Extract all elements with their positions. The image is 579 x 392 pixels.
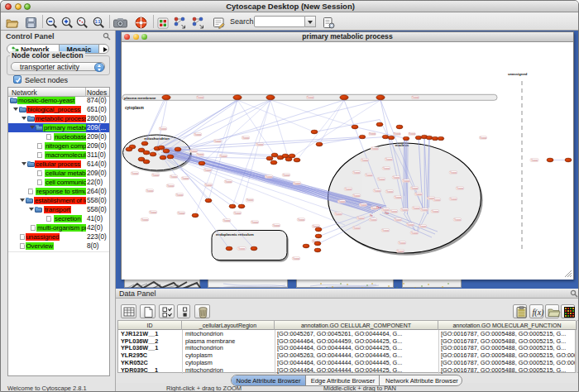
svg-text:Yxxxxx: Yxxxxx [412,95,419,98]
svg-text:Yxxxxx: Yxxxxx [411,186,419,189]
svg-text:Yxxxxx: Yxxxxx [132,171,139,174]
svg-text:Yxxxxx: Yxxxxx [386,189,394,193]
svg-text:Yxxxxx: Yxxxxx [225,179,232,183]
svg-text:Yxxxxx: Yxxxxx [357,216,365,219]
svg-text:Yxxxxx: Yxxxxx [399,241,406,244]
svg-text:f(x): f(x) [533,308,545,318]
svg-text:Yxxxxx: Yxxxxx [395,195,402,198]
svg-text:Yxxxxx: Yxxxxx [251,220,259,223]
svg-text:Yxxxxx: Yxxxxx [146,189,154,192]
svg-text:Yxxxxx: Yxxxxx [273,223,280,227]
svg-text:Yxxxxx: Yxxxxx [480,136,487,139]
svg-text:plasma membrane: plasma membrane [124,95,156,99]
svg-text:Yxxxxx: Yxxxxx [415,192,423,195]
svg-text:Yxxxxx: Yxxxxx [366,173,373,176]
svg-text:Yxxxxx: Yxxxxx [361,158,369,161]
svg-text:Yxxxxx: Yxxxxx [345,187,352,190]
svg-text:Yxxxxx: Yxxxxx [450,170,457,174]
svg-text:Yxxxxx: Yxxxxx [141,218,149,221]
svg-text:Yxxxxx: Yxxxxx [298,218,305,221]
svg-text:Yxxxxx: Yxxxxx [432,209,439,213]
svg-text:Yxxxxx: Yxxxxx [242,136,250,139]
svg-text:Yxxxxx: Yxxxxx [246,198,254,202]
svg-text:Yxxxxx: Yxxxxx [338,199,346,203]
svg-text:Yxxxxx: Yxxxxx [393,175,400,179]
svg-text:Yxxxxx: Yxxxxx [390,209,398,213]
svg-text:Yxxxxx: Yxxxxx [176,193,184,196]
svg-text:Yxxxxx: Yxxxxx [353,170,361,174]
svg-text:Yxxxxx: Yxxxxx [369,132,376,136]
svg-text:Yxxxxx: Yxxxxx [220,154,227,157]
svg-text:Yxxxxx: Yxxxxx [170,174,178,178]
svg-text:Yxxxxx: Yxxxxx [382,208,390,211]
svg-text:Yxxxxx: Yxxxxx [409,132,416,136]
svg-text:Yxxxxx: Yxxxxx [353,194,361,197]
svg-text:Yxxxxx: Yxxxxx [150,210,157,213]
svg-text:Yxxxxx: Yxxxxx [234,211,242,214]
svg-text:1:1: 1:1 [95,20,101,24]
svg-text:Yxxxxx: Yxxxxx [160,127,167,130]
svg-text:Yxxxxx: Yxxxxx [238,246,246,250]
svg-text:Yxx: Yxx [385,212,390,215]
svg-text:Yxxxxx: Yxxxxx [395,218,402,221]
svg-text:Yx: Yx [370,214,373,218]
svg-text:Yxxxxx: Yxxxxx [397,249,404,252]
svg-text:Yxxxxx: Yxxxxx [401,208,409,211]
svg-text:Yxxxxx: Yxxxxx [152,173,160,176]
svg-text:Yxxxxx: Yxxxxx [394,132,401,136]
svg-text:Yx-x: Yx-x [376,206,382,209]
svg-text:Yxxxxx: Yxxxxx [214,139,222,142]
svg-text:Yxxxxx: Yxxxxx [167,184,175,187]
svg-text:Yxxxxx: Yxxxxx [383,166,390,170]
svg-text:Yxxxxx: Yxxxxx [382,228,390,232]
svg-text:Yxxxxx: Yxxxxx [370,218,377,221]
svg-text:Yxxxxx: Yxxxxx [223,218,231,222]
svg-text:Yxxxxx: Yxxxxx [335,212,342,215]
svg-text:Yxxxxx: Yxxxxx [454,218,462,221]
svg-text:unassigned: unassigned [508,72,528,76]
svg-text:Yxxxxx: Yxxxxx [293,256,300,260]
svg-text:Yxxxxx: Yxxxxx [197,153,204,156]
svg-text:Yxxxxx: Yxxxxx [197,95,204,98]
svg-text:cytoplasm: cytoplasm [125,106,144,110]
svg-text:Yxxxxx: Yxxxxx [266,174,273,178]
svg-text:Yxxxxx: Yxxxxx [385,157,393,160]
svg-text:Yxxxxx: Yxxxxx [360,203,367,206]
svg-text:Yxxxxx: Yxxxxx [421,208,428,211]
svg-text:Yxxxxx: Yxxxxx [353,226,361,229]
svg-text:Yxxxxx: Yxxxxx [411,231,419,234]
svg-text:endoplasmic reticulum: endoplasmic reticulum [216,232,254,236]
svg-text:Yxxxxx: Yxxxxx [182,176,189,179]
svg-text:Yxxxxx: Yxxxxx [205,183,213,186]
svg-text:Yxxxxx: Yxxxxx [374,189,381,192]
svg-text:Yxxxxx: Yxxxxx [307,95,314,98]
svg-text:Yxxxxx: Yxxxxx [190,149,198,152]
svg-text:Yxxxxx: Yxxxxx [294,181,301,184]
svg-text:Yxxxxx: Yxxxxx [371,146,379,150]
svg-text:Yxxxxx: Yxxxxx [457,186,464,189]
svg-text:Yxxxxx: Yxxxxx [378,177,385,180]
svg-text:Yxxxxx: Yxxxxx [531,158,538,161]
svg-text:Yxxxxx: Yxxxxx [419,224,427,227]
svg-text:Yxxxxx: Yxxxxx [204,168,212,171]
svg-text:Yxxxxx: Yxxxxx [403,179,410,182]
svg-text:Yxxxxx: Yxxxxx [450,197,457,200]
svg-text:Yxxxxx: Yxxxxx [433,198,441,201]
svg-text:Yxxxxx: Yxxxxx [194,132,202,136]
svg-text:Yxxxxx: Yxxxxx [413,206,420,209]
svg-text:Yxxxxx: Yxxxxx [178,211,185,214]
svg-text:Yxxxxx: Yxxxxx [283,173,290,176]
svg-text:Yxxxxx: Yxxxxx [407,222,414,226]
svg-text:Yxxxxx: Yxxxxx [256,142,264,146]
